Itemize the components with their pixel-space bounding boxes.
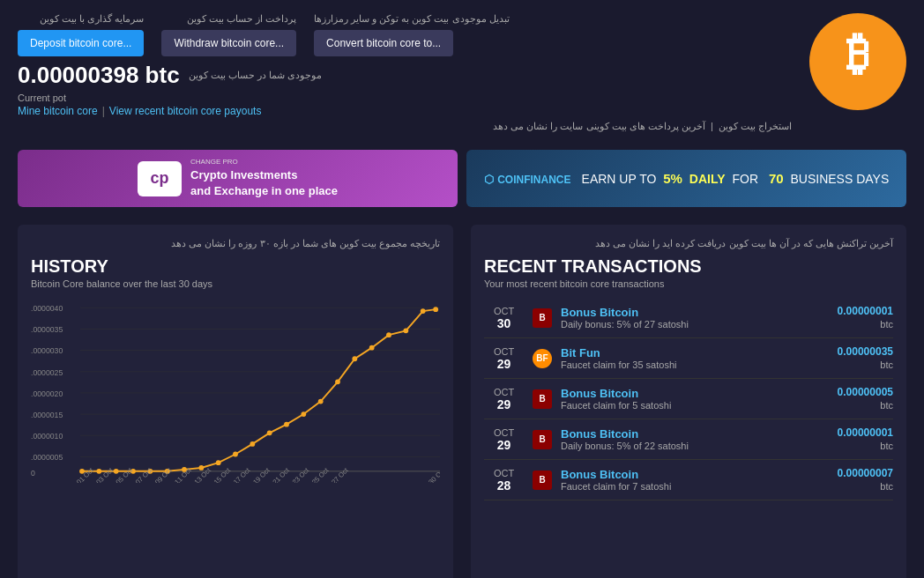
coinfinance-banner[interactable]: ⬡ COINFINANCE EARN UP TO 5% DAILY FOR 70… (466, 150, 906, 207)
withdraw-label: پرداخت از حساب بیت کوین (161, 13, 296, 25)
svg-point-41 (433, 307, 438, 312)
current-pot-label: موجودی شما در حساب بیت کوین (189, 70, 322, 81)
chart-container: .0000040 .0000035 .0000030 .0000025 .000… (31, 298, 440, 483)
source-icon-3: B (533, 430, 552, 449)
coinfinance-content: ⬡ COINFINANCE EARN UP TO 5% DAILY FOR 70… (484, 171, 890, 187)
table-row: OCT 30 B Bonus Bitcoin Daily bonus: 5% o… (484, 298, 893, 338)
svg-point-31 (267, 430, 272, 435)
deposit-label: سرمایه گذاری با بیت کوین (18, 13, 144, 25)
tx-date-1: OCT 29 (484, 346, 524, 371)
svg-text:19 Oct: 19 Oct (251, 466, 272, 483)
tx-amount-3: 0.00000001 btc (838, 426, 893, 452)
svg-point-34 (318, 399, 324, 404)
table-row: OCT 28 B Bonus Bitcoin Faucet claim for … (484, 460, 893, 500)
source-name-2: Bonus Bitcoin (561, 387, 829, 400)
svg-text:25 Oct: 25 Oct (310, 466, 331, 483)
tx-desc-2: Faucet claim for 5 satoshi (561, 400, 829, 411)
view-link[interactable]: View recent bitcoin core payouts (109, 105, 262, 117)
svg-text:0: 0 (31, 469, 35, 478)
coinfinance-logo: ⬡ COINFINANCE (484, 171, 571, 187)
history-chart: .0000040 .0000035 .0000030 .0000025 .000… (31, 298, 440, 483)
svg-point-35 (335, 379, 340, 384)
source-name-0: Bonus Bitcoin (561, 306, 829, 319)
svg-text:30 Oct: 30 Oct (427, 466, 440, 483)
source-name-3: Bonus Bitcoin (561, 427, 829, 441)
current-pot-static: Current pot (18, 93, 792, 103)
table-row: OCT 29 BF Bit Fun Faucet claim for 35 sa… (484, 338, 893, 379)
history-panel: تاریخچه مجموع بیت کوین های شما در بازه ۳… (18, 225, 453, 578)
bitcoin-logo: ₿ (792, 13, 906, 113)
mine-link[interactable]: Mine bitcoin core (18, 105, 98, 117)
tx-title: RECENT TRANSACTIONS (484, 256, 893, 277)
svg-text:.0000025: .0000025 (31, 368, 63, 377)
svg-point-32 (284, 422, 289, 427)
svg-text:.0000030: .0000030 (31, 346, 63, 355)
history-subtitle: Bitcoin Core balance over the last 30 da… (31, 278, 440, 289)
deposit-section: سرمایه گذاری با بیت کوین Deposit bitcoin… (18, 13, 144, 56)
svg-text:.0000005: .0000005 (31, 453, 63, 462)
tx-date-0: OCT 30 (484, 306, 524, 330)
history-title: HISTORY (31, 256, 440, 277)
main-content: تاریخچه مجموع بیت کوین های شما در بازه ۳… (0, 216, 924, 578)
svg-point-30 (250, 441, 255, 447)
convert-label: تبدیل موجودی بیت کوین به توکن و سایر رمز… (314, 13, 509, 25)
tx-note: آخرین تراکنش هایی که در آن ها بیت کوین د… (484, 238, 893, 249)
tx-amount-2: 0.00000005 btc (838, 386, 893, 411)
changepro-subtext: CHANGE PRO (190, 158, 338, 166)
coinfinance-text: EARN UP TO 5% DAILY FOR 70 BUSINESS DAYS (582, 171, 890, 186)
svg-point-36 (352, 356, 357, 361)
top-bar: سرمایه گذاری با بیت کوین Deposit bitcoin… (0, 0, 924, 141)
svg-text:07 Oct: 07 Oct (134, 466, 154, 483)
svg-point-33 (301, 411, 306, 417)
tx-middle-2: Bonus Bitcoin Faucet claim for 5 satoshi (561, 387, 829, 411)
top-left: سرمایه گذاری با بیت کوین Deposit bitcoin… (18, 13, 792, 132)
svg-text:09 Oct: 09 Oct (153, 466, 174, 483)
separator: | (102, 105, 105, 117)
source-name-4: Bonus Bitcoin (561, 468, 829, 481)
tx-desc-0: Daily bonus: 5% of 27 satoshi (561, 319, 829, 330)
tx-date-4: OCT 28 (484, 468, 524, 493)
source-icon-1: BF (533, 349, 552, 368)
svg-text:.0000020: .0000020 (31, 389, 63, 398)
tx-desc-4: Faucet claim for 7 satoshi (561, 481, 829, 492)
svg-text:17 Oct: 17 Oct (232, 466, 252, 483)
svg-point-39 (403, 328, 408, 333)
table-row: OCT 29 B Bonus Bitcoin Faucet claim for … (484, 379, 893, 419)
pot-amount: 0.00000398 btc (18, 62, 180, 89)
changepro-logo: cp (138, 161, 182, 196)
history-note: تاریخچه مجموع بیت کوین های شما در بازه ۳… (31, 238, 440, 249)
changepro-text: CHANGE PRO Crypto Investments and Exchan… (190, 158, 338, 199)
svg-text:₿: ₿ (846, 28, 869, 79)
changepro-line2: and Exchange in one place (190, 183, 338, 199)
source-icon-4: B (533, 471, 552, 490)
tx-middle-3: Bonus Bitcoin Daily bonus: 5% of 22 sato… (561, 427, 829, 451)
svg-point-21 (96, 469, 101, 474)
banners-section: cp CHANGE PRO Crypto Investments and Exc… (0, 141, 924, 216)
tx-amount-1: 0.00000035 btc (838, 345, 893, 371)
changepro-line1: Crypto Investments (190, 167, 338, 183)
svg-text:05 Oct: 05 Oct (115, 466, 135, 483)
tx-amount-4: 0.00000007 btc (838, 467, 893, 493)
svg-text:.0000035: .0000035 (31, 325, 63, 334)
svg-point-22 (114, 469, 119, 474)
convert-button[interactable]: Convert bitcoin core to... (314, 30, 453, 56)
tx-middle-0: Bonus Bitcoin Daily bonus: 5% of 27 sato… (561, 306, 829, 330)
links-row: Mine bitcoin core | View recent bitcoin … (18, 105, 792, 117)
tx-desc-1: Faucet claim for 35 satoshi (561, 359, 829, 370)
deposit-button[interactable]: Deposit bitcoin core... (18, 30, 144, 56)
tx-middle-4: Bonus Bitcoin Faucet claim for 7 satoshi (561, 468, 829, 492)
svg-point-38 (386, 332, 391, 337)
tx-amount-0: 0.00000001 btc (838, 305, 893, 330)
svg-text:01 Oct: 01 Oct (75, 466, 95, 483)
svg-text:21 Oct: 21 Oct (271, 466, 291, 483)
tx-middle-1: Bit Fun Faucet claim for 35 satoshi (561, 346, 829, 370)
convert-section: تبدیل موجودی بیت کوین به توکن و سایر رمز… (314, 13, 509, 56)
changepro-banner[interactable]: cp CHANGE PRO Crypto Investments and Exc… (18, 150, 458, 207)
source-icon-0: B (533, 308, 552, 328)
withdraw-button[interactable]: Withdraw bitcoin core... (161, 30, 296, 56)
transactions-panel: آخرین تراکنش هایی که در آن ها بیت کوین د… (471, 225, 906, 578)
svg-point-29 (233, 452, 238, 457)
tx-desc-3: Daily bonus: 5% of 22 satoshi (561, 441, 829, 451)
svg-text:03 Oct: 03 Oct (94, 466, 115, 483)
svg-point-37 (369, 345, 375, 351)
